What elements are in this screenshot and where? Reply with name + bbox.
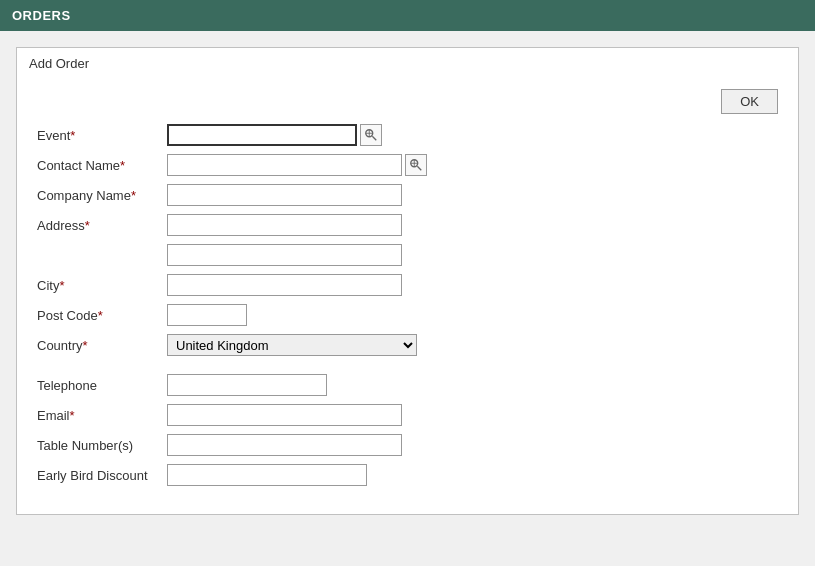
earlybird-input[interactable] (167, 464, 367, 486)
earlybird-row: Early Bird Discount (37, 464, 778, 486)
city-label: City* (37, 278, 167, 293)
email-label: Email* (37, 408, 167, 423)
contact-required: * (120, 158, 125, 173)
event-search-button[interactable] (360, 124, 382, 146)
table-input[interactable] (167, 434, 402, 456)
earlybird-label: Early Bird Discount (37, 468, 167, 483)
address-input-1[interactable] (167, 214, 402, 236)
company-input[interactable] (167, 184, 402, 206)
company-row: Company Name* (37, 184, 778, 206)
postcode-label: Post Code* (37, 308, 167, 323)
city-required: * (59, 278, 64, 293)
telephone-row: Telephone (37, 374, 778, 396)
country-select[interactable]: United Kingdom United States France Germ… (167, 334, 417, 356)
address-required: * (85, 218, 90, 233)
header-title: ORDERS (12, 8, 71, 23)
svg-line-5 (417, 166, 421, 170)
email-input[interactable] (167, 404, 402, 426)
email-required: * (70, 408, 75, 423)
postcode-row: Post Code* (37, 304, 778, 326)
ok-row: OK (37, 89, 778, 114)
country-required: * (83, 338, 88, 353)
event-label: Event* (37, 128, 167, 143)
postcode-required: * (98, 308, 103, 323)
ok-button[interactable]: OK (721, 89, 778, 114)
form-body: OK Event* (17, 79, 798, 514)
telephone-input[interactable] (167, 374, 327, 396)
address-row: Address* (37, 214, 778, 236)
contact-label: Contact Name* (37, 158, 167, 173)
city-row: City* (37, 274, 778, 296)
country-row: Country* United Kingdom United States Fr… (37, 334, 778, 356)
add-order-panel: Add Order OK Event* (16, 47, 799, 515)
contact-input[interactable] (167, 154, 402, 176)
contact-row: Contact Name* (37, 154, 778, 176)
contact-search-button[interactable] (405, 154, 427, 176)
company-required: * (131, 188, 136, 203)
event-row: Event* (37, 124, 778, 146)
telephone-label: Telephone (37, 378, 167, 393)
company-label: Company Name* (37, 188, 167, 203)
svg-line-1 (372, 136, 376, 140)
page-header: ORDERS (0, 0, 815, 31)
address-row-2 (167, 244, 778, 266)
page-content: Add Order OK Event* (0, 31, 815, 531)
country-label: Country* (37, 338, 167, 353)
contact-search-icon (409, 158, 423, 172)
city-input[interactable] (167, 274, 402, 296)
table-row: Table Number(s) (37, 434, 778, 456)
panel-title: Add Order (17, 48, 798, 79)
spacer (37, 364, 778, 374)
email-row: Email* (37, 404, 778, 426)
event-search-icon (364, 128, 378, 142)
address-label: Address* (37, 218, 167, 233)
event-required: * (70, 128, 75, 143)
address-input-2[interactable] (167, 244, 402, 266)
table-label: Table Number(s) (37, 438, 167, 453)
event-input[interactable] (167, 124, 357, 146)
postcode-input[interactable] (167, 304, 247, 326)
